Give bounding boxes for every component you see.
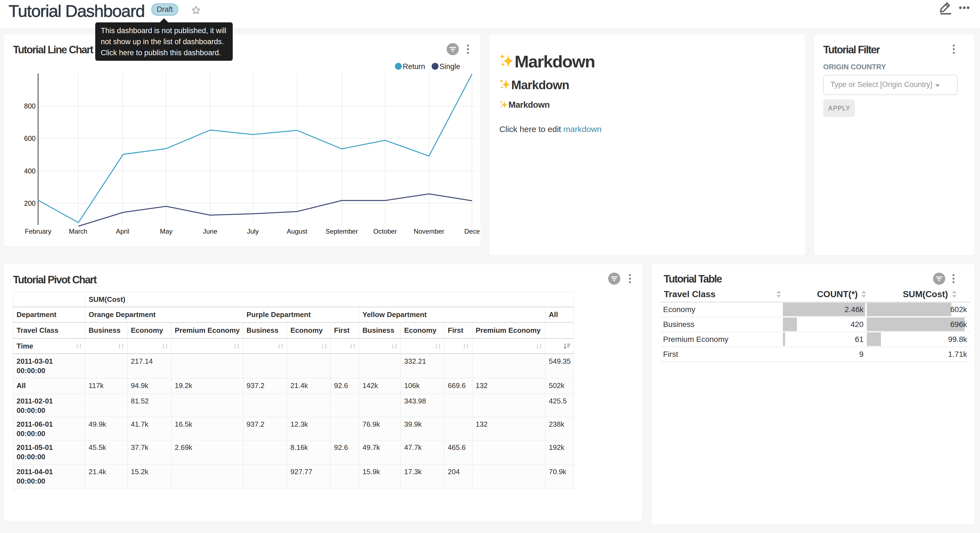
- svg-text:September: September: [326, 228, 358, 235]
- svg-text:May: May: [160, 228, 172, 235]
- svg-text:April: April: [116, 228, 129, 235]
- svg-text:August: August: [287, 228, 307, 235]
- svg-text:800: 800: [24, 102, 36, 110]
- svg-text:June: June: [203, 228, 217, 235]
- svg-text:November: November: [414, 228, 444, 235]
- svg-text:July: July: [247, 228, 259, 235]
- svg-text:March: March: [69, 228, 88, 235]
- svg-text:February: February: [25, 228, 51, 235]
- svg-text:200: 200: [24, 199, 36, 207]
- svg-text:600: 600: [24, 134, 36, 142]
- svg-text:Return: Return: [403, 62, 425, 71]
- svg-text:Dece: Dece: [465, 228, 480, 235]
- svg-text:October: October: [373, 228, 397, 235]
- svg-text:Single: Single: [439, 62, 460, 71]
- svg-text:400: 400: [24, 167, 36, 175]
